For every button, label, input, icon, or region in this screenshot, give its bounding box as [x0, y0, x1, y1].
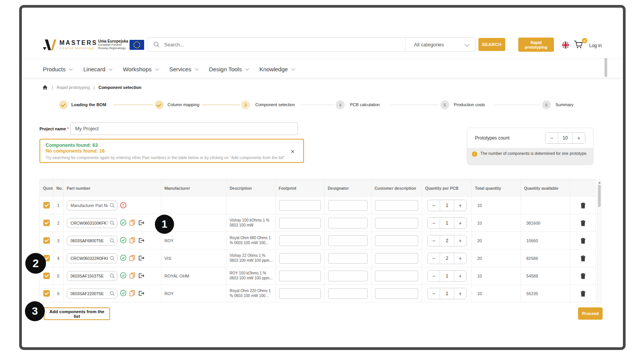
delete-row-button[interactable]	[580, 273, 586, 279]
row-number: 1	[53, 197, 64, 214]
delete-row-button[interactable]	[580, 291, 586, 297]
category-select[interactable]: All categories	[405, 38, 475, 51]
total-quantity-cell: 10	[472, 285, 521, 302]
search-icon[interactable]	[110, 220, 115, 226]
designator-input[interactable]	[328, 288, 368, 299]
delete-row-button[interactable]	[580, 220, 586, 226]
customer-description-input[interactable]	[375, 235, 418, 246]
proceed-button[interactable]: Proceed	[578, 307, 603, 320]
cart-button[interactable]: 0	[573, 40, 585, 51]
copy-icon[interactable]	[129, 237, 135, 244]
nav-item-services[interactable]: Services	[169, 66, 198, 72]
scrollbar-thumb[interactable]	[598, 185, 601, 207]
increment-button[interactable]: +	[572, 133, 585, 143]
delete-row-button[interactable]	[580, 238, 586, 244]
login-link[interactable]: Log in	[589, 43, 602, 48]
brand-tagline: creative technology	[59, 47, 97, 49]
search-button[interactable]: SEARCH	[478, 38, 505, 51]
nav-item-products[interactable]: Products	[43, 66, 72, 72]
manufacturer-cell	[161, 197, 227, 214]
prototypes-stepper: − 10 +	[545, 132, 585, 144]
copy-icon[interactable]	[129, 290, 135, 297]
info-icon: !	[472, 151, 477, 157]
nav-item-design-tools[interactable]: Design Tools	[209, 66, 248, 72]
footprint-input[interactable]	[279, 271, 321, 281]
step-connector	[202, 105, 240, 105]
scroll-up-icon[interactable]	[598, 182, 601, 184]
search-icon[interactable]	[110, 203, 115, 209]
export-icon[interactable]	[138, 290, 145, 297]
col-customer-description: Customer description	[371, 180, 422, 197]
copy-icon[interactable]	[129, 219, 135, 227]
decrement-button[interactable]: −	[428, 253, 440, 264]
decrement-button[interactable]: −	[428, 271, 440, 281]
rapid-prototyping-button[interactable]: Rapid prototyping	[518, 38, 554, 52]
breadcrumb-rapid-prototyping[interactable]: Rapid prototyping	[57, 85, 90, 90]
increment-button[interactable]: +	[454, 235, 466, 246]
increment-button[interactable]: +	[454, 253, 466, 264]
increment-button[interactable]: +	[454, 218, 466, 228]
table-body: 1 − 1 + 10	[40, 197, 596, 302]
decrement-button[interactable]: −	[545, 133, 558, 143]
masters-logo[interactable]: MASTERS creative technology	[59, 40, 97, 49]
quote-checkbox[interactable]	[43, 202, 50, 209]
quote-checkbox[interactable]	[43, 220, 50, 226]
footprint-input[interactable]	[279, 288, 321, 299]
customer-description-input[interactable]	[375, 218, 418, 228]
quote-checkbox[interactable]	[43, 290, 50, 297]
decrement-button[interactable]: −	[428, 218, 440, 228]
export-icon[interactable]	[138, 237, 145, 244]
quantity-stepper: − 2 +	[427, 235, 467, 246]
col-quantity-available: Quantity available	[521, 180, 570, 197]
quantity-available-cell: 82586	[521, 250, 570, 267]
add-components-button[interactable]: Add components from the list	[44, 307, 110, 320]
export-icon[interactable]	[138, 255, 145, 262]
customer-description-input[interactable]	[375, 288, 418, 299]
search-input[interactable]	[163, 41, 405, 48]
increment-button[interactable]: +	[454, 200, 466, 211]
designator-input[interactable]	[328, 253, 368, 264]
table-row: 1 − 1 + 10	[40, 197, 596, 214]
customer-description-input[interactable]	[375, 200, 418, 211]
language-flag-icon[interactable]	[562, 41, 570, 51]
increment-button[interactable]: +	[454, 288, 466, 299]
masters-logo-icon[interactable]	[43, 39, 57, 51]
page-scrollbar-thumb[interactable]	[605, 58, 607, 77]
designator-input[interactable]	[328, 218, 368, 228]
project-name-input[interactable]	[70, 122, 298, 135]
search-icon[interactable]	[110, 256, 115, 261]
footprint-input[interactable]	[279, 253, 321, 264]
delete-row-button[interactable]	[580, 255, 586, 261]
export-icon[interactable]	[138, 220, 145, 227]
decrement-button[interactable]: −	[428, 288, 440, 299]
footprint-input[interactable]	[279, 200, 321, 211]
nav-item-linecard[interactable]: Linecard	[83, 66, 112, 72]
delete-row-button[interactable]	[580, 202, 586, 209]
decrement-button[interactable]: −	[428, 200, 440, 211]
copy-icon[interactable]	[129, 255, 135, 262]
increment-button[interactable]: +	[454, 271, 466, 281]
quote-checkbox[interactable]	[43, 273, 50, 279]
quantity-available-cell: 54588	[521, 267, 570, 285]
nav-item-workshops[interactable]: Workshops	[123, 66, 158, 72]
col-designator: Designator	[325, 180, 371, 197]
designator-input[interactable]	[328, 235, 368, 246]
search-icon[interactable]	[110, 291, 115, 297]
nav-item-knowledge[interactable]: Knowledge	[260, 66, 294, 72]
designator-input[interactable]	[328, 200, 368, 211]
search-icon[interactable]	[110, 273, 115, 279]
col-manufacturer: Manufacturer	[161, 180, 227, 197]
table-scrollbar[interactable]	[597, 180, 601, 303]
search-icon[interactable]	[110, 238, 115, 244]
home-icon[interactable]	[42, 85, 48, 90]
copy-icon[interactable]	[129, 272, 135, 279]
designator-input[interactable]	[328, 271, 368, 281]
decrement-button[interactable]: −	[428, 235, 440, 246]
quote-checkbox[interactable]	[43, 237, 50, 244]
customer-description-input[interactable]	[375, 253, 418, 264]
footprint-input[interactable]	[279, 218, 321, 228]
close-icon[interactable]: ✕	[291, 149, 295, 154]
footprint-input[interactable]	[279, 235, 321, 246]
export-icon[interactable]	[138, 273, 145, 279]
customer-description-input[interactable]	[375, 271, 418, 281]
